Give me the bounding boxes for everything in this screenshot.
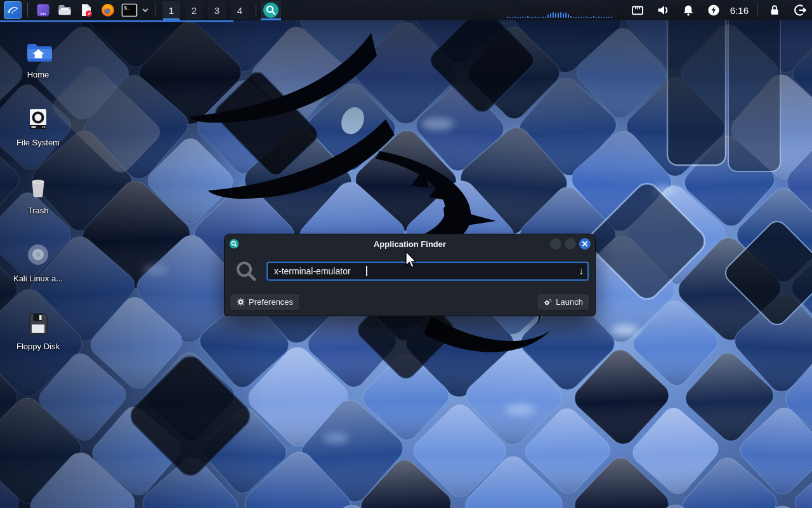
- folder-icon: [57, 3, 72, 18]
- workspace-2[interactable]: 2: [185, 1, 203, 19]
- desktop-icon-label: Home: [8, 70, 69, 79]
- workspace-1[interactable]: 1: [162, 1, 180, 19]
- close-icon: [582, 241, 588, 247]
- launch-button[interactable]: Launch: [537, 293, 590, 311]
- workspace-label: 2: [192, 5, 197, 16]
- home-folder-icon: [24, 38, 52, 66]
- disc-icon: [24, 242, 52, 270]
- launch-label: Launch: [556, 297, 583, 307]
- firefox-launcher[interactable]: [99, 1, 117, 19]
- top-panel: $_ 1 2 3 4: [0, 0, 812, 20]
- window-title: Application Finder: [225, 239, 595, 249]
- desktop-icon-label: Kali Linux a...: [8, 274, 69, 283]
- text-caret: [366, 266, 367, 276]
- purple-app-icon: [36, 3, 51, 18]
- panel-separator: [256, 3, 256, 17]
- gear-icon: [237, 298, 245, 306]
- file-manager-launcher[interactable]: [56, 1, 74, 19]
- desktop-icon-home[interactable]: Home: [8, 38, 69, 79]
- magnifier-grey-icon: [235, 260, 258, 283]
- workspace-label: 3: [214, 5, 219, 16]
- minimize-button[interactable]: [550, 238, 561, 250]
- desktop-icon-label: File System: [8, 138, 69, 147]
- hard-drive-icon: [24, 106, 52, 134]
- dashboard-launcher[interactable]: [34, 1, 52, 19]
- text-editor-launcher[interactable]: [77, 1, 95, 19]
- desktop-icon-label: Trash: [8, 206, 69, 215]
- panel-separator: [155, 3, 155, 17]
- preferences-label: Preferences: [249, 297, 293, 307]
- taskbar-application-finder[interactable]: [261, 1, 281, 19]
- workspace-label: 4: [237, 5, 242, 16]
- terminal-launcher[interactable]: $_: [121, 1, 138, 19]
- search-input[interactable]: [266, 262, 589, 281]
- trash-icon: [24, 174, 52, 202]
- workspace-4[interactable]: 4: [231, 1, 249, 19]
- kali-dragon-icon: [6, 3, 20, 17]
- floppy-disk-icon: [24, 310, 52, 338]
- workspace-label: 1: [169, 5, 174, 16]
- desktop-icon-trash[interactable]: Trash: [8, 174, 69, 215]
- kali-menu-button[interactable]: [4, 1, 22, 19]
- arrow-down-icon[interactable]: ↓: [579, 264, 584, 278]
- panel-separator: [27, 3, 28, 17]
- workspace-3[interactable]: 3: [208, 1, 226, 19]
- chevron-down-icon[interactable]: [141, 8, 149, 13]
- firefox-icon: [100, 3, 115, 18]
- desktop-icon-file-system[interactable]: File System: [8, 106, 69, 147]
- magnifier-teal-icon: [263, 2, 279, 18]
- power-icon[interactable]: [707, 3, 721, 17]
- document-edit-icon: [79, 3, 94, 18]
- application-finder-window: Application Finder ↓: [225, 234, 595, 316]
- panel-activity-graph: [507, 11, 619, 18]
- maximize-button[interactable]: [565, 238, 576, 250]
- clock[interactable]: 6:16: [730, 5, 749, 16]
- titlebar[interactable]: Application Finder: [225, 234, 595, 253]
- svg-text:$_: $_: [124, 5, 131, 11]
- close-button[interactable]: [579, 238, 591, 250]
- terminal-icon: $_: [121, 3, 138, 18]
- desktop-icon-kali-linux[interactable]: Kali Linux a...: [8, 242, 69, 283]
- volume-icon[interactable]: [656, 3, 670, 17]
- desktop-icon-floppy-disk[interactable]: Floppy Disk: [8, 310, 69, 351]
- network-icon[interactable]: [631, 3, 645, 17]
- preferences-button[interactable]: Preferences: [230, 293, 300, 311]
- notifications-bell-icon[interactable]: [681, 3, 695, 17]
- logout-icon[interactable]: [793, 3, 807, 17]
- launch-icon: [544, 298, 552, 306]
- desktop-icon-label: Floppy Disk: [8, 342, 69, 351]
- lock-icon[interactable]: [768, 3, 782, 17]
- panel-separator: [757, 3, 757, 17]
